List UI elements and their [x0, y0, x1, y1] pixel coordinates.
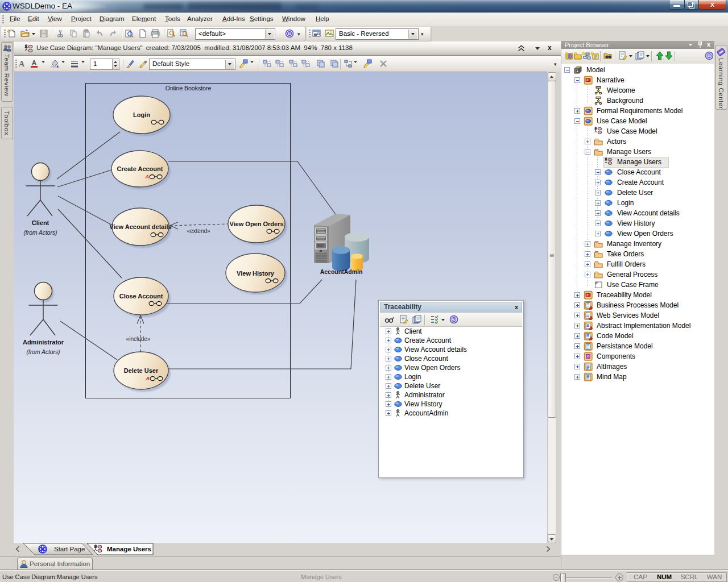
- svg-text:A: A: [146, 376, 150, 381]
- svg-text:Manage Users: Manage Users: [107, 546, 151, 552]
- svg-text:Online Bookstore: Online Bookstore: [166, 85, 212, 92]
- svg-text:?: ?: [288, 31, 291, 36]
- svg-text:Create Account: Create Account: [117, 165, 163, 172]
- svg-text:A: A: [145, 174, 150, 180]
- svg-text:Delete User: Delete User: [124, 367, 159, 374]
- svg-text:Client: Client: [32, 219, 49, 226]
- svg-text:A: A: [32, 59, 36, 66]
- svg-text:(from Actors): (from Actors): [26, 349, 60, 355]
- svg-text:A: A: [19, 60, 25, 68]
- svg-text:AccountAdmin: AccountAdmin: [320, 268, 363, 275]
- svg-text:«include»: «include»: [126, 336, 151, 342]
- svg-text:Close Account: Close Account: [119, 293, 163, 300]
- svg-text:View Open Orders: View Open Orders: [229, 221, 283, 227]
- svg-text:View History: View History: [237, 270, 275, 277]
- svg-text:?: ?: [453, 317, 456, 322]
- svg-text:«extend»: «extend»: [187, 228, 210, 234]
- svg-text:?: ?: [708, 53, 711, 59]
- svg-text:Administrator: Administrator: [23, 339, 64, 346]
- svg-text:(from Actors): (from Actors): [23, 230, 57, 236]
- svg-text:Start Page: Start Page: [54, 546, 85, 552]
- svg-text:View Account details: View Account details: [109, 223, 171, 230]
- svg-text:Login: Login: [133, 111, 150, 118]
